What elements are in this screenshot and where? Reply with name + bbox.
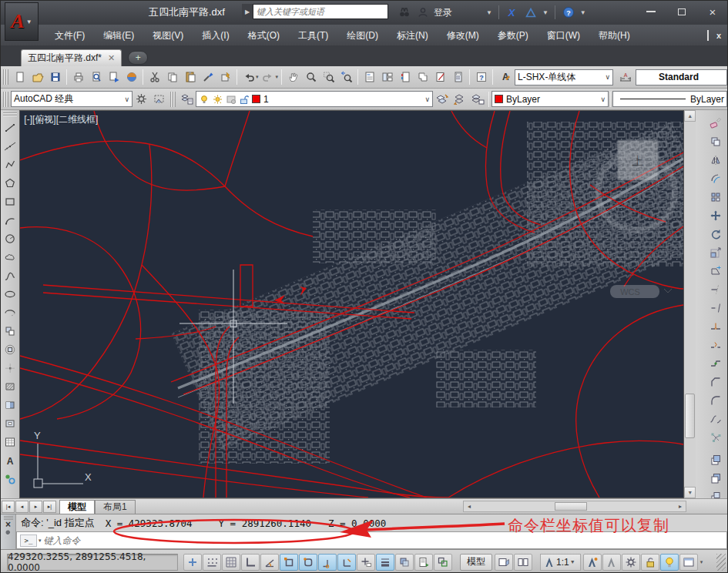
new-icon[interactable] bbox=[11, 69, 29, 86]
layer-previous-icon[interactable] bbox=[451, 90, 468, 108]
menu-item-4[interactable]: 插入(I) bbox=[193, 27, 238, 44]
workspace-combo[interactable]: AutoCAD 经典∨ bbox=[11, 91, 133, 107]
table-icon[interactable] bbox=[2, 433, 18, 451]
matchprop-icon[interactable] bbox=[199, 69, 216, 86]
signin-label[interactable]: 登录 bbox=[434, 6, 452, 19]
erase-icon[interactable] bbox=[707, 114, 724, 132]
ellipse-arc-icon[interactable] bbox=[2, 303, 18, 322]
line-icon[interactable] bbox=[2, 119, 18, 137]
tool-palettes-icon[interactable] bbox=[396, 69, 414, 86]
coordinates-readout[interactable]: 429320.3255, 2891255.4518, 0.0000 bbox=[7, 554, 178, 571]
layer-manager-icon[interactable] bbox=[178, 90, 196, 108]
a360-caret-icon[interactable]: ▼ bbox=[542, 9, 549, 16]
toolbar-grip[interactable] bbox=[3, 69, 8, 85]
toolbar-grip[interactable] bbox=[170, 92, 176, 107]
menu-item-6[interactable]: 工具(T) bbox=[289, 27, 337, 44]
help-search-input[interactable] bbox=[253, 4, 388, 19]
clean-screen-icon[interactable] bbox=[679, 554, 698, 571]
annotation-auto-icon[interactable] bbox=[602, 554, 621, 571]
quickcalc-icon[interactable] bbox=[449, 69, 467, 86]
close-button[interactable]: × bbox=[703, 4, 723, 19]
cut-icon[interactable] bbox=[146, 69, 163, 86]
vertical-scrollbar[interactable]: ▴ ▾ bbox=[684, 110, 696, 498]
circle-icon[interactable] bbox=[2, 230, 18, 248]
annotation-scale-button[interactable]: 1:1 ▼ bbox=[540, 554, 581, 571]
help-icon[interactable]: ? bbox=[472, 69, 490, 86]
drawing-canvas[interactable]: [-][俯视][二维线框] bbox=[19, 110, 684, 498]
menu-item-2[interactable]: 编辑(E) bbox=[94, 27, 143, 44]
layer-states-icon[interactable] bbox=[468, 90, 486, 108]
spline-icon[interactable] bbox=[2, 266, 18, 285]
layout-tab-1[interactable]: 模型 bbox=[59, 500, 95, 514]
layer-combo[interactable]: 1 ∨ bbox=[196, 91, 433, 107]
trim-icon[interactable] bbox=[707, 280, 724, 299]
block-editor-icon[interactable] bbox=[216, 69, 234, 86]
3d-object-snap-toggle[interactable] bbox=[299, 554, 317, 571]
workspace-gear-icon[interactable] bbox=[622, 554, 640, 571]
insert-block-icon[interactable] bbox=[2, 322, 18, 340]
make-block-icon[interactable] bbox=[2, 340, 18, 359]
break-icon[interactable] bbox=[707, 336, 724, 354]
undo-caret-icon[interactable]: ▾ bbox=[256, 74, 259, 80]
command-prompt-icon[interactable]: >_ bbox=[20, 534, 37, 547]
menu-item-1[interactable]: 文件(F) bbox=[45, 27, 94, 44]
quick-view-layouts-icon[interactable] bbox=[495, 554, 513, 571]
undo-icon[interactable] bbox=[240, 69, 257, 86]
add-selected-icon[interactable] bbox=[2, 470, 18, 488]
command-window-titlebar[interactable]: × bbox=[1, 514, 16, 549]
dynamic-input-toggle[interactable] bbox=[357, 554, 375, 571]
search-binoculars-icon[interactable] bbox=[395, 4, 414, 21]
next-tab-icon[interactable]: ▸ bbox=[29, 501, 42, 513]
scroll-right-icon[interactable]: ▸ bbox=[675, 503, 686, 510]
horizontal-scrollbar[interactable]: ◂ ▸ bbox=[463, 501, 686, 512]
menu-item-7[interactable]: 绘图(D) bbox=[337, 27, 387, 44]
open-icon[interactable] bbox=[29, 69, 46, 86]
ortho-mode-toggle[interactable] bbox=[241, 554, 260, 571]
scroll-up-icon[interactable]: ▴ bbox=[684, 110, 696, 122]
preview-icon[interactable] bbox=[87, 69, 105, 86]
designcenter-icon[interactable] bbox=[378, 69, 396, 86]
mtext-icon[interactable]: A bbox=[2, 451, 18, 470]
copy-icon[interactable] bbox=[163, 69, 181, 86]
dynamic-ucs-toggle[interactable] bbox=[337, 554, 356, 571]
join-icon[interactable] bbox=[707, 354, 724, 373]
model-space-button[interactable]: 模型 bbox=[460, 554, 492, 571]
maximize-button[interactable] bbox=[672, 4, 692, 19]
bring-to-front-icon[interactable] bbox=[707, 451, 724, 469]
quick-properties-toggle[interactable] bbox=[414, 554, 433, 571]
annotation-visibility-icon[interactable] bbox=[583, 554, 602, 571]
sheetset-icon[interactable] bbox=[414, 69, 431, 86]
polygon-icon[interactable] bbox=[2, 174, 18, 193]
make-layer-current-icon[interactable] bbox=[433, 90, 451, 108]
dim-style-icon[interactable]: A bbox=[616, 69, 634, 86]
layout-tab-2[interactable]: 布局1 bbox=[95, 500, 136, 514]
properties-icon[interactable] bbox=[361, 69, 378, 86]
vertical-scroll-thumb[interactable] bbox=[685, 394, 695, 438]
horizontal-scroll-thumb[interactable] bbox=[555, 502, 587, 511]
publish-icon[interactable] bbox=[105, 69, 122, 86]
zoom-previous-icon[interactable] bbox=[337, 69, 355, 86]
last-tab-icon[interactable]: ▸| bbox=[43, 501, 56, 513]
rectangle-icon[interactable] bbox=[2, 193, 18, 211]
transparency-toggle[interactable] bbox=[395, 554, 414, 571]
scroll-left-icon[interactable]: ◂ bbox=[464, 503, 475, 510]
move-icon[interactable] bbox=[707, 206, 724, 225]
command-input[interactable] bbox=[42, 534, 726, 547]
color-combo[interactable]: ByLayer ∨ bbox=[491, 91, 609, 107]
selection-cycling-toggle[interactable] bbox=[434, 554, 452, 571]
workspace-settings-gear-icon[interactable] bbox=[133, 90, 150, 108]
array-icon[interactable] bbox=[707, 188, 724, 206]
redo-caret-icon[interactable]: ▾ bbox=[276, 74, 279, 80]
show-lineweight-toggle[interactable] bbox=[376, 554, 394, 571]
minimize-button[interactable] bbox=[641, 4, 661, 19]
plot-icon[interactable] bbox=[69, 69, 87, 86]
copy-object-icon[interactable] bbox=[707, 132, 724, 151]
pan-icon[interactable] bbox=[284, 69, 302, 86]
text-style-combo[interactable]: L-SHX-单线体∨ bbox=[515, 69, 613, 85]
help-circle-icon[interactable]: ? bbox=[559, 4, 578, 21]
toolbar-grip[interactable] bbox=[3, 92, 8, 107]
signin-caret-icon[interactable]: ▼ bbox=[486, 9, 492, 16]
object-snap-toggle[interactable] bbox=[280, 554, 298, 571]
polar-tracking-toggle[interactable] bbox=[260, 554, 279, 571]
scroll-down-icon[interactable]: ▾ bbox=[684, 487, 696, 498]
